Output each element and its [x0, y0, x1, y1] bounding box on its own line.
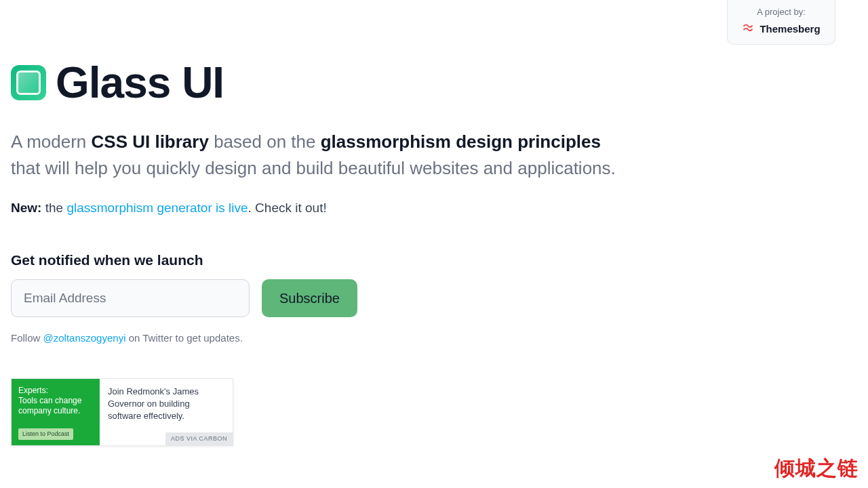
project-badge-brand: Themesberg: [740, 22, 823, 35]
project-badge-label: A project by:: [740, 7, 823, 17]
follow-line: Follow @zoltanszogyenyi on Twitter to ge…: [11, 332, 667, 344]
glass-ui-logo-icon: [11, 65, 46, 100]
ad-image-headline: Experts: Tools can change company cultur…: [18, 386, 93, 416]
themesberg-icon: [742, 22, 754, 35]
project-badge-brand-text: Themesberg: [760, 23, 820, 35]
tagline: A modern CSS UI library based on the gla…: [11, 129, 635, 182]
ad-image: Experts: Tools can change company cultur…: [12, 379, 100, 445]
email-input[interactable]: [11, 279, 250, 317]
brand-row: Glass UI: [11, 61, 667, 104]
notify-heading: Get notified when we launch: [11, 252, 667, 268]
project-badge[interactable]: A project by: Themesberg: [727, 0, 835, 45]
watermark: 倾城之链: [774, 455, 859, 483]
new-label: New:: [11, 201, 41, 215]
follow-suffix: on Twitter to get updates.: [125, 332, 242, 344]
tagline-prefix: A modern: [11, 131, 92, 152]
subscribe-form: Subscribe: [11, 279, 667, 317]
new-announcement: New: the glassmorphism generator is live…: [11, 201, 667, 216]
tagline-strong-2: glassmorphism design principles: [321, 131, 601, 152]
new-after-link: . Check it out!: [248, 201, 327, 215]
carbon-ad[interactable]: Experts: Tools can change company cultur…: [11, 378, 233, 446]
tagline-strong-1: CSS UI library: [92, 131, 209, 152]
main-content: Glass UI A modern CSS UI library based o…: [0, 0, 678, 344]
twitter-handle-link[interactable]: @zoltanszogyenyi: [43, 332, 126, 344]
ad-image-cta: Listen to Podcast: [18, 428, 73, 440]
ad-via-label[interactable]: ADS VIA CARBON: [165, 432, 233, 445]
ad-content: Join Redmonk's James Governor on buildin…: [100, 379, 233, 445]
glassmorphism-generator-link[interactable]: glassmorphism generator is live: [66, 201, 248, 215]
subscribe-button[interactable]: Subscribe: [262, 279, 357, 317]
ad-text: Join Redmonk's James Governor on buildin…: [108, 386, 224, 423]
new-before-link: the: [41, 201, 66, 215]
follow-prefix: Follow: [11, 332, 43, 344]
tagline-suffix: that will help you quickly design and bu…: [11, 158, 616, 178]
brand-title: Glass UI: [56, 61, 224, 104]
tagline-mid: based on the: [209, 131, 321, 152]
